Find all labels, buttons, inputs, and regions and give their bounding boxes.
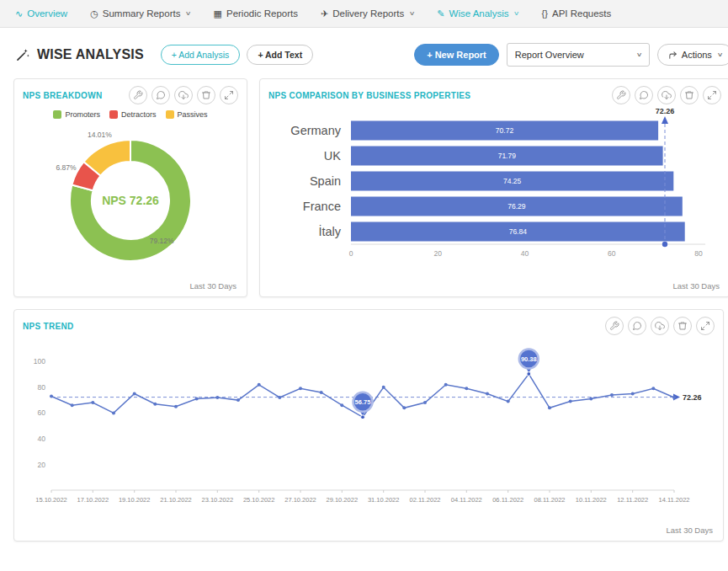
svg-text:100: 100 [34, 357, 45, 366]
nav-item-delivery-reports[interactable]: ✈ Delivery Reports ∨ [321, 8, 414, 19]
nav-label: Periodic Reports [226, 8, 298, 19]
data-point[interactable] [133, 392, 136, 396]
data-point[interactable] [631, 392, 635, 396]
wise-analysis-page: ∿ Overview ◷ Summary Reports ∨ ▦ Periodi… [0, 0, 728, 542]
wrench-icon [133, 90, 143, 100]
data-point[interactable] [548, 406, 551, 409]
data-point[interactable] [651, 387, 655, 390]
delete-widget-button[interactable] [680, 86, 699, 104]
data-point[interactable] [278, 396, 281, 399]
nav-item-overview[interactable]: ∿ Overview [15, 8, 67, 19]
data-point[interactable] [340, 403, 343, 407]
expand-widget-button[interactable] [703, 86, 721, 104]
data-point[interactable] [71, 403, 74, 407]
expand-widget-button[interactable] [220, 86, 238, 104]
legend-item[interactable]: Detractors [109, 110, 157, 119]
svg-text:0: 0 [349, 249, 353, 258]
bar-category-label: Spain [310, 174, 341, 188]
data-point[interactable] [299, 387, 302, 390]
data-point[interactable] [402, 406, 406, 409]
data-point[interactable] [610, 393, 614, 397]
cloud-download-icon [655, 321, 665, 331]
download-widget-button[interactable] [174, 86, 193, 104]
report-select-value: Report Overview [515, 50, 584, 60]
nps-trend-card: NPS TREND 2040608010015.10.202217.10.202… [13, 309, 724, 542]
comment-widget-button[interactable] [635, 86, 653, 104]
add-analysis-button[interactable]: + Add Analysis [161, 45, 241, 65]
trash-icon [678, 321, 688, 331]
date-tick-label: 12.11.2022 [617, 496, 648, 504]
data-point[interactable] [423, 401, 427, 404]
svg-text:40: 40 [38, 435, 46, 443]
data-point[interactable] [486, 392, 489, 396]
period-label: Last 30 Days [14, 526, 723, 541]
top-navigation: ∿ Overview ◷ Summary Reports ∨ ▦ Periodi… [0, 0, 728, 28]
nav-item-summary-reports[interactable]: ◷ Summary Reports ∨ [90, 8, 190, 19]
report-select[interactable]: Report Overview ∨ [507, 43, 650, 67]
send-icon: ✈ [321, 9, 328, 19]
card-toolbar [605, 317, 715, 335]
data-point[interactable] [465, 387, 468, 390]
download-widget-button[interactable] [657, 86, 676, 104]
data-point[interactable] [507, 400, 510, 403]
wand-icon: ✎ [437, 9, 444, 19]
data-point[interactable] [215, 396, 219, 399]
expand-widget-button[interactable] [696, 317, 715, 335]
date-tick-label: 19.10.2022 [119, 496, 151, 504]
nps-breakdown-card: NPS BREAKDOWN PromotersDetractorsPassive… [13, 78, 247, 297]
nav-label: API Requests [552, 8, 611, 19]
data-point[interactable] [50, 395, 53, 398]
card-title: NPS COMPARISON BY BUSINESS PROPERTIES [268, 91, 470, 100]
card-title: NPS TREND [23, 322, 73, 331]
nav-label: Wise Analysis [449, 8, 509, 19]
svg-text:60: 60 [38, 408, 46, 417]
data-point[interactable] [382, 386, 385, 389]
date-tick-label: 23.10.2022 [202, 496, 234, 504]
legend-item[interactable]: Promoters [53, 110, 100, 119]
legend-item[interactable]: Passives [166, 110, 208, 119]
nav-label: Summary Reports [103, 8, 181, 19]
date-tick-label: 06.11.2022 [492, 496, 523, 504]
data-point[interactable] [672, 396, 676, 399]
data-point[interactable] [569, 400, 572, 403]
cloud-download-icon [178, 90, 189, 100]
actions-button[interactable]: Actions ∨ [657, 44, 728, 66]
edit-widget-button[interactable] [129, 86, 147, 104]
data-point[interactable] [444, 383, 448, 387]
comment-widget-button[interactable] [628, 317, 646, 335]
delete-widget-button[interactable] [673, 317, 692, 335]
date-tick-label: 04.11.2022 [451, 496, 482, 504]
edit-widget-button[interactable] [612, 86, 630, 104]
nav-item-api-requests[interactable]: {} API Requests [542, 8, 612, 19]
actions-label: Actions [682, 50, 712, 60]
date-tick-label: 17.10.2022 [77, 496, 109, 504]
wrench-icon [609, 321, 619, 331]
data-point[interactable] [153, 403, 157, 406]
data-point[interactable] [174, 405, 178, 408]
comment-icon [632, 321, 642, 331]
add-text-button[interactable]: + Add Text [247, 45, 313, 65]
data-point[interactable] [236, 398, 240, 402]
data-point[interactable] [91, 401, 94, 404]
comment-icon [639, 90, 649, 100]
reference-value-label: 72.26 [656, 107, 675, 115]
data-point[interactable] [258, 383, 261, 387]
nps-breakdown-chart: 79.12%6.87%14.01%NPS 72.26 [21, 119, 240, 277]
data-point[interactable] [195, 398, 199, 401]
nav-item-periodic-reports[interactable]: ▦ Periodic Reports [214, 8, 298, 19]
data-point[interactable] [320, 391, 323, 394]
new-report-button[interactable]: + New Report [414, 44, 499, 66]
data-point[interactable] [589, 398, 592, 401]
expand-icon [224, 90, 234, 100]
date-tick-label: 02.11.2022 [410, 496, 441, 504]
data-point[interactable] [112, 411, 115, 414]
download-widget-button[interactable] [651, 317, 669, 335]
nav-item-wise-analysis[interactable]: ✎ Wise Analysis ∨ [437, 8, 518, 19]
bar-value-label: 76.29 [507, 202, 526, 211]
delete-widget-button[interactable] [197, 86, 215, 104]
comment-icon [156, 90, 166, 100]
edit-widget-button[interactable] [605, 317, 624, 335]
trash-icon [684, 90, 694, 100]
bar-value-label: 76.84 [509, 227, 528, 236]
comment-widget-button[interactable] [151, 86, 170, 104]
